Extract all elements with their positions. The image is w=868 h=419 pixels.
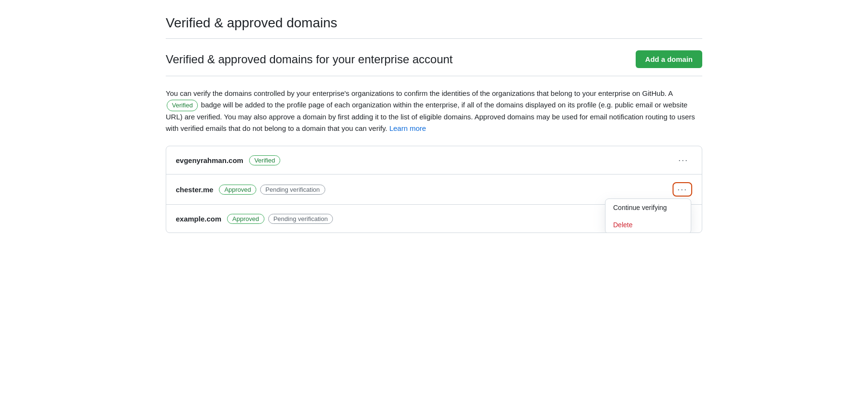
domain-name: evgenyrahman.com [176,156,243,164]
pending-badge: Pending verification [260,185,325,195]
description-after-badge: badge will be added to the profile page … [166,101,695,132]
delete-button[interactable]: Delete [605,216,691,233]
domain-row: chester.me Approved Pending verification… [166,175,702,205]
section-header: Verified & approved domains for your ent… [166,50,702,68]
continue-verifying-button[interactable]: Continue verifying [605,199,691,216]
domain-row: evgenyrahman.com Verified ··· [166,146,702,175]
page-title: Verified & approved domains [166,15,702,31]
learn-more-link[interactable]: Learn more [389,124,426,132]
three-dots-button[interactable]: ··· [674,183,691,196]
section-divider [166,76,702,76]
domains-table: evgenyrahman.com Verified ··· chester.me… [166,146,702,233]
three-dots-button[interactable]: ··· [674,154,692,166]
domain-actions-highlighted: ··· Continue verifying Delete [673,182,692,197]
title-divider [166,38,702,39]
verified-badge: Verified [249,155,280,165]
page-container: Verified & approved domains Verified & a… [147,0,721,248]
pending-badge: Pending verification [268,214,333,224]
domain-name: example.com [176,215,221,223]
domain-name: chester.me [176,186,213,194]
add-domain-button[interactable]: Add a domain [636,50,702,68]
approved-badge: Approved [227,214,264,224]
domain-dropdown-menu: Continue verifying Delete [605,198,691,233]
description-text: You can verify the domains controlled by… [166,88,702,134]
description-verified-badge: Verified [167,100,198,112]
description-before-badge: You can verify the domains controlled by… [166,89,673,97]
section-title: Verified & approved domains for your ent… [166,53,453,66]
approved-badge: Approved [219,185,256,195]
domain-actions: ··· [674,154,692,166]
